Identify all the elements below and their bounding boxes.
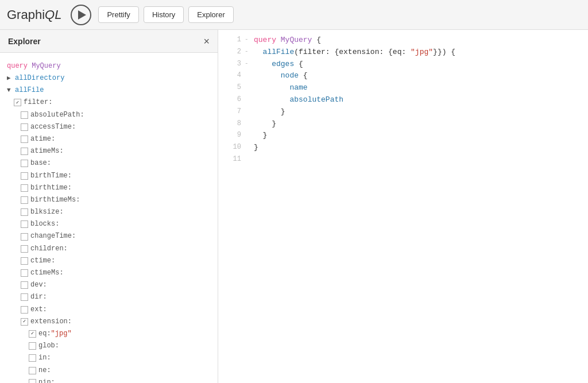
line-content: node { <box>254 70 581 82</box>
main-container: Explorer × query MyQuery ▶ allDirectory … <box>0 30 588 383</box>
field-checkbox[interactable] <box>21 148 28 155</box>
list-item: blksize: <box>0 206 218 218</box>
editor-panel[interactable]: 1 - query MyQuery { 2 - allFile(filter: … <box>218 30 588 383</box>
line-number: 9 <box>225 130 241 141</box>
line-number: 2 <box>225 47 241 57</box>
line-number: 7 <box>225 106 241 117</box>
line-number: 1 <box>225 34 241 45</box>
field-checkbox[interactable] <box>29 379 36 383</box>
list-item: atime: <box>0 133 218 145</box>
tree-label: atime: <box>30 134 55 145</box>
code-line: 4 node { <box>218 70 588 82</box>
field-checkbox[interactable] <box>21 184 28 192</box>
tree-label: blksize: <box>30 207 64 218</box>
field-checkbox[interactable]: ✓ <box>14 99 21 106</box>
list-item: children: <box>0 243 218 255</box>
list-item: blocks: <box>0 218 218 230</box>
field-checkbox[interactable] <box>29 367 36 374</box>
field-checkbox[interactable] <box>29 354 36 362</box>
tree-label: birthtimeMs: <box>30 195 80 206</box>
field-checkbox[interactable] <box>21 123 28 131</box>
list-item: absolutePath: <box>0 109 218 121</box>
line-content: } <box>254 106 581 118</box>
expand-icon[interactable]: ▼ <box>7 86 14 96</box>
line-content: query MyQuery { <box>254 34 581 47</box>
tree-label: base: <box>30 158 51 169</box>
prettify-button[interactable]: Prettify <box>98 6 138 23</box>
tree-label: birthtime: <box>30 183 72 194</box>
tree-label: ctimeMs: <box>30 268 64 278</box>
play-icon <box>78 10 86 20</box>
explorer-panel: Explorer × query MyQuery ▶ allDirectory … <box>0 30 218 383</box>
line-number: 3 <box>225 59 241 69</box>
line-number: 8 <box>225 118 241 129</box>
field-checkbox[interactable] <box>21 172 28 180</box>
field-checkbox[interactable] <box>21 257 28 265</box>
code-line: 6 absolutePath <box>218 94 588 106</box>
close-explorer-button[interactable]: × <box>203 36 210 47</box>
explorer-header: Explorer × <box>0 30 218 53</box>
field-checkbox[interactable] <box>21 245 28 253</box>
field-checkbox[interactable] <box>21 306 28 314</box>
query-name: MyQuery <box>32 62 60 70</box>
tree-label: dir: <box>30 292 47 303</box>
tree-label: absolutePath: <box>30 110 84 121</box>
field-checkbox[interactable] <box>21 293 28 301</box>
list-item: base: <box>0 157 218 169</box>
line-content: } <box>254 130 581 142</box>
tree-label: accessTime: <box>30 122 76 133</box>
field-checkbox[interactable] <box>21 196 28 204</box>
list-item: atimeMs: <box>0 145 218 157</box>
list-item: nin: <box>0 377 218 383</box>
tree-label: changeTime: <box>30 231 76 242</box>
code-editor[interactable]: 1 - query MyQuery { 2 - allFile(filter: … <box>218 30 588 383</box>
list-item: ✓ extension: <box>0 316 218 328</box>
code-line: 2 - allFile(filter: {extension: {eq: "jp… <box>218 47 588 59</box>
field-checkbox[interactable] <box>21 220 28 228</box>
line-dot: - <box>245 34 253 45</box>
tree-label: glob: <box>38 341 59 351</box>
field-checkbox[interactable] <box>21 160 28 167</box>
field-checkbox[interactable] <box>21 136 28 143</box>
expand-icon[interactable]: ▶ <box>7 73 14 84</box>
explorer-button[interactable]: Explorer <box>188 6 233 23</box>
list-item: glob: <box>0 340 218 352</box>
tree-label: ctime: <box>30 256 55 266</box>
field-checkbox[interactable] <box>21 111 28 119</box>
field-checkbox[interactable] <box>21 281 28 289</box>
code-line: 10 } <box>218 142 588 154</box>
list-item: ctimeMs: <box>0 267 218 279</box>
line-content: } <box>254 118 581 130</box>
line-dot: - <box>245 47 253 57</box>
tree-label: blocks: <box>30 219 59 230</box>
run-button[interactable] <box>71 5 91 25</box>
list-item: ▼ allFile <box>0 84 218 96</box>
line-dot: - <box>245 59 253 69</box>
list-item: dev: <box>0 279 218 291</box>
code-line: 11 <box>218 154 588 165</box>
list-item: birthtime: <box>0 182 218 194</box>
field-checkbox[interactable] <box>21 269 28 277</box>
list-item: dir: <box>0 291 218 303</box>
line-number: 10 <box>225 142 241 153</box>
field-checkbox[interactable]: ✓ <box>29 330 36 338</box>
topbar: GraphiQL Prettify History Explorer <box>0 0 588 30</box>
history-button[interactable]: History <box>144 6 184 23</box>
list-item: birthtimeMs: <box>0 194 218 206</box>
tree-label: birthTime: <box>30 171 72 181</box>
tree-label: allDirectory <box>15 73 64 84</box>
tree-label: atimeMs: <box>30 146 64 157</box>
field-checkbox[interactable]: ✓ <box>21 318 28 326</box>
field-checkbox[interactable] <box>29 342 36 350</box>
list-item: accessTime: <box>0 121 218 133</box>
code-line: 3 - edges { <box>218 59 588 71</box>
line-number: 11 <box>225 154 241 165</box>
list-item: in: <box>0 352 218 364</box>
field-checkbox[interactable] <box>21 208 28 216</box>
code-line: 5 name <box>218 82 588 94</box>
app-title: GraphiQL <box>7 7 61 22</box>
field-checkbox[interactable] <box>21 233 28 241</box>
explorer-title: Explorer <box>8 37 41 46</box>
tree-label: extension: <box>30 316 72 327</box>
tree-label: in: <box>38 353 51 363</box>
